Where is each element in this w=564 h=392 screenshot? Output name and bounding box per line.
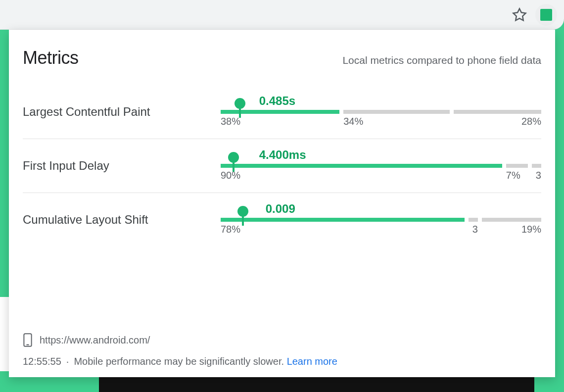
segment-poor: 28%	[454, 110, 541, 114]
metric-label: Largest Contentful Paint	[23, 105, 221, 119]
segment-ni: 34%	[343, 110, 450, 114]
segment-poor: 3	[532, 164, 541, 168]
metric-cls: Cumulative Layout Shift0.00978%319%	[23, 193, 541, 246]
segment-percent-label: 3	[536, 170, 541, 181]
metric-local-value: 0.485s	[259, 94, 295, 108]
distribution-track: 38%34%28%	[221, 110, 541, 114]
segment-percent-label: 19%	[521, 224, 541, 235]
metric-fid: First Input Delay4.400ms90%7%3	[23, 139, 541, 193]
segment-ni: 7%	[506, 164, 528, 168]
background-page-fragment	[0, 297, 9, 371]
segment-percent-label: 28%	[521, 116, 541, 127]
segment-percent-label: 34%	[343, 116, 363, 127]
distribution-track: 90%7%3	[221, 164, 541, 168]
footer-url-line: https://www.android.com/	[23, 333, 541, 347]
timestamp: 12:55:55	[23, 356, 61, 367]
segment-percent-label: 7%	[506, 170, 520, 181]
segment-percent-label: 3	[472, 224, 478, 235]
metric-label: First Input Delay	[23, 159, 221, 173]
panel-header: Metrics Local metrics compared to phone …	[23, 48, 541, 68]
segment-percent-label: 90%	[221, 170, 240, 181]
segment-poor: 19%	[482, 218, 541, 222]
segment-good: 90%	[221, 164, 502, 168]
local-value-marker-icon	[235, 98, 245, 114]
extension-status-icon	[540, 9, 552, 21]
web-vitals-popup: Metrics Local metrics compared to phone …	[9, 30, 555, 377]
local-value-marker-icon	[228, 152, 239, 168]
local-value-marker-icon	[237, 206, 248, 222]
metric-lcp: Largest Contentful Paint0.485s38%34%28%	[23, 96, 541, 139]
metric-local-value: 4.400ms	[259, 148, 306, 162]
background-page-fragment	[99, 377, 534, 392]
mobile-device-icon	[23, 333, 33, 347]
metric-distribution-chart: 0.485s38%34%28%	[221, 110, 541, 114]
segment-percent-label: 78%	[221, 224, 240, 235]
distribution-track: 78%319%	[221, 218, 541, 222]
panel-subtitle: Local metrics compared to phone field da…	[342, 54, 541, 66]
segment-good: 78%	[221, 218, 465, 222]
separator: ·	[66, 356, 69, 367]
learn-more-link[interactable]: Learn more	[287, 356, 337, 367]
footer-note-line: 12:55:55 · Mobile performance may be sig…	[23, 356, 541, 367]
segment-percent-label: 38%	[221, 116, 240, 127]
metric-label: Cumulative Layout Shift	[23, 213, 221, 227]
svg-marker-0	[514, 8, 526, 20]
segment-ni: 3	[469, 218, 478, 222]
panel-title: Metrics	[23, 48, 79, 68]
extension-button[interactable]	[535, 4, 557, 26]
panel-footer: https://www.android.com/ 12:55:55 · Mobi…	[23, 333, 541, 367]
metric-local-value: 0.009	[266, 202, 295, 216]
page-url: https://www.android.com/	[40, 335, 150, 346]
star-icon	[512, 7, 527, 22]
browser-toolbar	[0, 0, 564, 30]
metric-distribution-chart: 4.400ms90%7%3	[221, 164, 541, 168]
performance-note: Mobile performance may be significantly …	[74, 356, 284, 367]
bookmark-star-button[interactable]	[512, 7, 527, 23]
metric-distribution-chart: 0.00978%319%	[221, 218, 541, 222]
metrics-list: Largest Contentful Paint0.485s38%34%28%F…	[23, 96, 541, 246]
